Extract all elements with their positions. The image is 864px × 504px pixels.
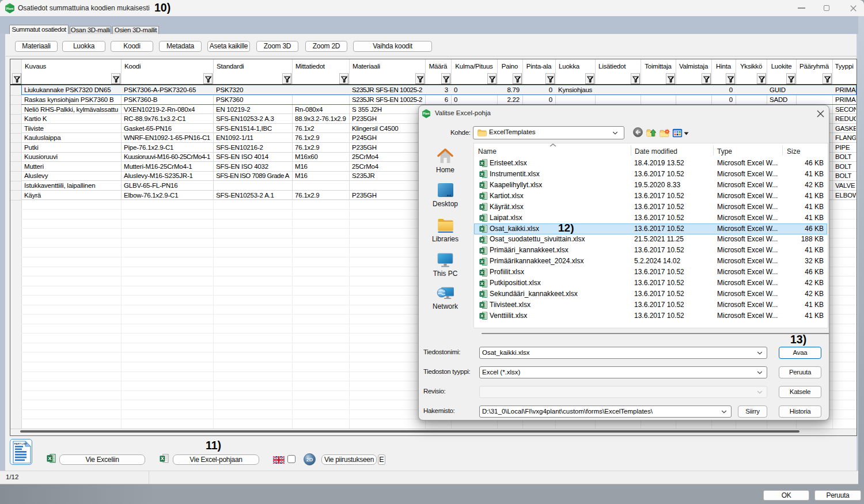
svg-text:X: X [480,302,484,308]
svg-text:X: X [161,456,164,461]
svg-text:X: X [480,291,484,297]
svg-text:X: X [480,204,484,210]
svg-text:X: X [480,172,484,177]
svg-text:X: X [480,183,484,188]
svg-text:PART LIST: PART LIST [14,442,27,445]
svg-text:X: X [480,237,484,242]
svg-text:Plant: Plant [6,7,14,10]
svg-text:X: X [480,259,484,264]
svg-text:X: X [480,270,484,275]
svg-text:X: X [480,281,484,286]
svg-text:X: X [480,313,484,319]
svg-text:X: X [480,161,484,166]
svg-text:X: X [480,215,484,221]
svg-text:X: X [480,226,484,232]
svg-text:2D: 2D [306,457,313,463]
svg-text:X: X [480,194,484,199]
svg-text:X: X [480,248,484,253]
svg-text:Plant: Plant [423,112,430,115]
svg-text:X: X [48,455,52,461]
